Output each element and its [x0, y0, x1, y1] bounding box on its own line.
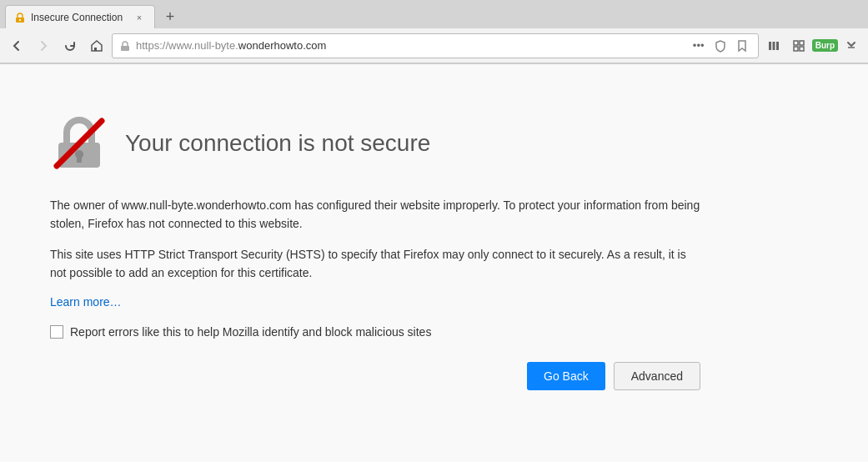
report-checkbox-label: Report errors like this to help Mozilla …: [70, 325, 431, 339]
url-domain: wonderhowto.com: [238, 39, 327, 52]
svg-rect-1: [19, 19, 21, 21]
address-url: https://www.null-byte.wonderhowto.com: [136, 39, 685, 52]
burp-extension-button[interactable]: Burp: [812, 39, 838, 52]
back-button[interactable]: [5, 34, 28, 58]
reload-button[interactable]: [58, 34, 82, 58]
learn-more-link[interactable]: Learn more…: [50, 295, 122, 309]
overflow-button[interactable]: [840, 34, 863, 58]
home-button[interactable]: [85, 34, 108, 58]
broken-lock-icon: [50, 114, 108, 173]
active-tab[interactable]: Insecure Connection ×: [5, 5, 155, 28]
svg-rect-5: [772, 42, 775, 50]
bookmark-button[interactable]: [733, 37, 751, 55]
page-content: Your connection is not secure The owner …: [0, 64, 868, 462]
address-bar-actions: •••: [690, 37, 751, 55]
svg-rect-8: [800, 41, 804, 45]
error-paragraph-1: The owner of www.null-byte.wonderhowto.c…: [50, 196, 700, 234]
address-bar-lock-icon: [119, 40, 131, 52]
toolbar-right: Burp: [762, 34, 863, 58]
svg-rect-3: [121, 46, 129, 51]
advanced-button[interactable]: Advanced: [614, 362, 700, 390]
nav-bar: https://www.null-byte.wonderhowto.com ••…: [0, 28, 868, 63]
tab-favicon: [14, 12, 26, 23]
svg-rect-9: [794, 47, 798, 51]
error-body: The owner of www.null-byte.wonderhowto.c…: [50, 196, 700, 390]
library-button[interactable]: [762, 34, 785, 58]
error-paragraph-2: This site uses HTTP Strict Transport Sec…: [50, 245, 700, 283]
error-container: Your connection is not secure The owner …: [50, 114, 700, 390]
address-more-button[interactable]: •••: [690, 37, 708, 55]
shield-button[interactable]: [711, 37, 730, 55]
tab-bar: Insecure Connection × +: [0, 0, 868, 28]
layout-button[interactable]: [787, 34, 810, 58]
svg-rect-2: [94, 48, 97, 51]
button-row: Go Back Advanced: [50, 362, 700, 390]
address-bar[interactable]: https://www.null-byte.wonderhowto.com ••…: [112, 33, 759, 58]
report-checkbox-row: Report errors like this to help Mozilla …: [50, 325, 700, 339]
new-tab-button[interactable]: +: [158, 5, 182, 28]
svg-rect-10: [800, 47, 804, 51]
error-title: Your connection is not secure: [125, 130, 430, 157]
browser-chrome: Insecure Connection × + https://: [0, 0, 868, 64]
error-header: Your connection is not secure: [50, 114, 700, 173]
report-errors-checkbox[interactable]: [50, 325, 63, 339]
url-protocol: https://www.null-byte.: [136, 39, 238, 52]
tab-close-button[interactable]: ×: [133, 11, 146, 24]
svg-rect-15: [77, 156, 82, 163]
forward-button[interactable]: [32, 34, 55, 58]
go-back-button[interactable]: Go Back: [527, 362, 605, 390]
svg-rect-4: [769, 42, 771, 50]
tab-title: Insecure Connection: [31, 12, 128, 23]
svg-rect-7: [794, 41, 798, 45]
svg-rect-6: [776, 42, 779, 50]
